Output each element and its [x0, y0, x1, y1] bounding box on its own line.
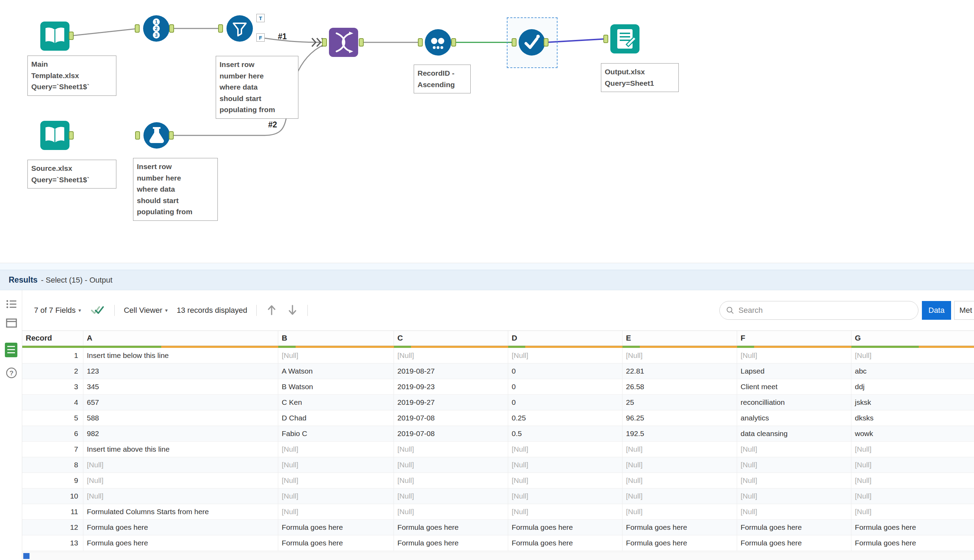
input-anchor[interactable] — [322, 38, 327, 47]
cell[interactable]: 25 — [623, 395, 737, 410]
cell[interactable]: Formula goes here — [851, 535, 974, 551]
cell[interactable]: [Null] — [851, 348, 974, 363]
record-number[interactable]: 5 — [22, 410, 84, 426]
workflow-canvas[interactable]: 1 2 3 T F — [0, 0, 974, 263]
cell[interactable]: 0.5 — [508, 426, 623, 441]
apply-checkmark-button[interactable] — [90, 305, 105, 316]
tool-sort[interactable] — [424, 28, 452, 57]
cell[interactable]: Fabio C — [278, 426, 394, 441]
output-anchor[interactable] — [69, 131, 74, 140]
cell[interactable]: [Null] — [394, 457, 508, 473]
cell[interactable]: [Null] — [508, 504, 623, 519]
cell[interactable]: 0 — [508, 395, 623, 410]
tool-select[interactable] — [518, 28, 546, 57]
cell[interactable]: [Null] — [278, 348, 394, 363]
cell-viewer-dropdown[interactable]: Cell Viewer ▾ — [124, 306, 167, 315]
cell[interactable]: [Null] — [84, 473, 278, 488]
annotation-input-main[interactable]: Main Template.xlsx Query=`Sheet1$` — [27, 55, 116, 96]
tab-metadata[interactable]: Met — [954, 301, 974, 320]
cell[interactable]: abc — [851, 363, 974, 379]
cell[interactable]: Formulated Columns Starts from here — [84, 504, 278, 519]
cell[interactable]: reconcilliation — [737, 395, 851, 410]
cell[interactable]: [Null] — [623, 457, 737, 473]
column-header-record[interactable]: Record — [22, 331, 84, 345]
annotation-formula[interactable]: Insert row number here where data should… — [133, 158, 218, 221]
cell[interactable]: 0 — [508, 363, 623, 379]
annotation-input-source[interactable]: Source.xlsx Query=`Sheet1$` — [27, 160, 116, 188]
cell[interactable]: [Null] — [851, 488, 974, 504]
column-header-g[interactable]: G — [851, 331, 974, 345]
column-header-e[interactable]: E — [623, 331, 737, 345]
tool-output-data[interactable] — [609, 23, 641, 55]
annotation-sort[interactable]: RecordID - Ascending — [414, 65, 471, 93]
cell[interactable]: [Null] — [84, 488, 278, 504]
cell[interactable]: [Null] — [394, 348, 508, 363]
record-number[interactable]: 9 — [22, 473, 84, 488]
cell[interactable]: [Null] — [508, 348, 623, 363]
cell[interactable]: Formula goes here — [508, 520, 623, 535]
cell[interactable]: [Null] — [737, 442, 851, 457]
cell[interactable]: D Chad — [278, 410, 394, 426]
output-anchor[interactable] — [169, 131, 174, 140]
cell[interactable]: [Null] — [851, 457, 974, 473]
cell[interactable]: ddj — [851, 379, 974, 394]
record-number[interactable]: 11 — [22, 504, 84, 519]
cell[interactable]: 982 — [84, 426, 278, 441]
cell[interactable]: wowk — [851, 426, 974, 441]
column-header-c[interactable]: C — [394, 331, 508, 345]
cell[interactable]: [Null] — [394, 488, 508, 504]
cell[interactable]: 345 — [84, 379, 278, 394]
cell[interactable]: 657 — [84, 395, 278, 410]
tool-union[interactable] — [327, 27, 359, 58]
output-anchor[interactable] — [544, 38, 548, 47]
input-anchor[interactable] — [418, 38, 423, 47]
cell[interactable]: 2019-07-08 — [394, 410, 508, 426]
cell[interactable]: Formula goes here — [623, 520, 737, 535]
cell[interactable]: [Null] — [737, 457, 851, 473]
cell[interactable]: [Null] — [84, 457, 278, 473]
tool-input-main-template[interactable] — [39, 20, 71, 52]
help-button[interactable]: ? — [5, 367, 18, 380]
cell[interactable]: [Null] — [394, 473, 508, 488]
cell[interactable]: Formula goes here — [278, 535, 394, 551]
cell[interactable]: [Null] — [278, 488, 394, 504]
cell[interactable]: data cleansing — [737, 426, 851, 441]
cell[interactable]: 192.5 — [623, 426, 737, 441]
cell[interactable]: 0.25 — [508, 410, 623, 426]
pane-splitter[interactable] — [0, 263, 974, 270]
record-number[interactable]: 3 — [22, 379, 84, 394]
cell[interactable]: [Null] — [623, 348, 737, 363]
tab-data[interactable]: Data — [922, 301, 951, 320]
tool-input-source[interactable] — [39, 120, 71, 152]
cell[interactable]: 0 — [508, 379, 623, 394]
cell[interactable]: [Null] — [851, 442, 974, 457]
cell[interactable]: [Null] — [508, 442, 623, 457]
cell[interactable]: Insert time below this line — [84, 348, 278, 363]
cell[interactable]: 22.81 — [623, 363, 737, 379]
column-header-f[interactable]: F — [737, 331, 851, 345]
cell[interactable]: Formula goes here — [84, 520, 278, 535]
tool-filter[interactable] — [226, 14, 254, 43]
cell[interactable]: 2019-09-23 — [394, 379, 508, 394]
cell[interactable]: [Null] — [508, 488, 623, 504]
config-list-button[interactable] — [5, 298, 18, 311]
hscroll-thumb[interactable] — [23, 553, 30, 559]
cell[interactable]: 26.58 — [623, 379, 737, 394]
cell[interactable]: 588 — [84, 410, 278, 426]
cell[interactable]: Formula goes here — [623, 535, 737, 551]
input-anchor[interactable] — [603, 35, 608, 43]
column-header-b[interactable]: B — [278, 331, 394, 345]
cell[interactable]: [Null] — [278, 442, 394, 457]
search-input[interactable] — [738, 306, 891, 315]
cell[interactable]: dksks — [851, 410, 974, 426]
results-grid-button[interactable] — [3, 342, 19, 358]
cell[interactable]: [Null] — [623, 473, 737, 488]
cell[interactable]: Formula goes here — [394, 535, 508, 551]
cell[interactable]: [Null] — [508, 473, 623, 488]
cell[interactable]: Formula goes here — [737, 520, 851, 535]
cell[interactable]: 2019-08-27 — [394, 363, 508, 379]
window-view-button[interactable] — [5, 317, 18, 330]
cell[interactable]: [Null] — [278, 457, 394, 473]
cell[interactable]: [Null] — [737, 348, 851, 363]
output-anchor[interactable] — [69, 32, 74, 40]
